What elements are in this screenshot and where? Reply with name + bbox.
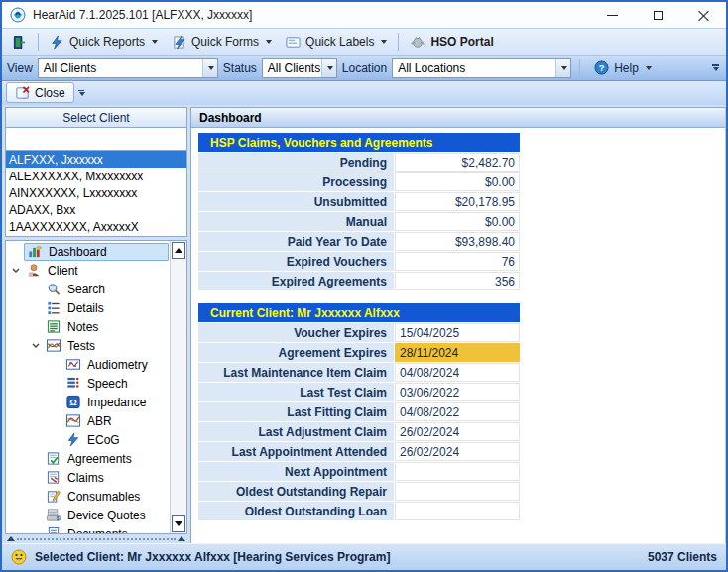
- tree-item-ecog[interactable]: ECoG: [6, 430, 170, 449]
- client-icon: [26, 263, 42, 278]
- chevron-down-icon: [327, 66, 333, 70]
- view-combobox[interactable]: All Clients: [38, 58, 218, 78]
- current-client-table-header: Current Client: Mr Jxxxxxx Alfxxx: [198, 303, 520, 322]
- tree-item-agreements[interactable]: Agreements: [6, 449, 170, 468]
- quick-labels-label: Quick Labels: [305, 35, 374, 49]
- triangle-down-icon: [175, 521, 182, 526]
- maximize-button[interactable]: [635, 2, 680, 28]
- close-document-icon: [15, 85, 30, 100]
- minimize-icon: [607, 15, 618, 16]
- chevron-down-icon: [713, 67, 719, 71]
- collapse-chevron-icon[interactable]: [28, 343, 44, 348]
- table-row: Pending $2,482.70: [198, 153, 520, 172]
- client-list-item[interactable]: ADAXX, Bxx: [6, 201, 186, 218]
- toolbar-separator: [579, 59, 580, 77]
- minimize-button[interactable]: [589, 2, 635, 28]
- status-combo-arrow[interactable]: [321, 59, 336, 77]
- quick-reports-icon: [50, 35, 64, 50]
- table-row: Last Appointment Attended 26/02/2024: [198, 442, 520, 461]
- select-client-label: Select Client: [62, 111, 129, 125]
- consumables-icon: [46, 489, 61, 504]
- client-list-item[interactable]: AINXXXXXX, Lxxxxxxxx: [6, 184, 186, 201]
- tree-item-dashboard[interactable]: Dashboard: [6, 242, 170, 261]
- details-icon: [46, 300, 61, 315]
- tree-item-notes[interactable]: Notes: [6, 317, 170, 336]
- close-client-label: Close: [35, 86, 65, 100]
- table-row: Agreement Expires 28/11/2024: [198, 343, 520, 362]
- client-count: 5037 Clients: [648, 550, 717, 564]
- tree-item-claims[interactable]: Claims: [6, 468, 170, 487]
- quick-forms-button[interactable]: Quick Forms: [166, 33, 278, 52]
- tree-item-tests[interactable]: Tests: [6, 336, 170, 355]
- client-search-input[interactable]: [5, 128, 187, 151]
- filter-toolbar: View All Clients Status All Clients Loca…: [2, 56, 726, 81]
- tree-item-audiometry[interactable]: Audiometry: [6, 355, 170, 374]
- tree-item-consumables[interactable]: Consumables: [6, 487, 170, 506]
- tree-item-client[interactable]: Client: [6, 261, 170, 280]
- svg-text:?: ?: [599, 63, 605, 73]
- quick-forms-icon: [172, 35, 186, 50]
- location-combo-arrow[interactable]: [555, 59, 570, 77]
- hso-portal-emblem-icon: [410, 35, 425, 49]
- tree-item-details[interactable]: Details: [6, 298, 170, 317]
- client-list-item[interactable]: ALEXXXXXX, Mxxxxxxxx: [6, 168, 186, 184]
- tree-item-documents[interactable]: Documents: [6, 524, 170, 533]
- client-list: ALFXXX, Jxxxxxx ALEXXXXXX, Mxxxxxxxx AIN…: [5, 151, 187, 237]
- quick-reports-button[interactable]: Quick Reports: [44, 33, 164, 52]
- documents-icon: [46, 526, 61, 533]
- client-list-item[interactable]: ALFXXX, Jxxxxxx: [6, 151, 186, 168]
- toolbar-separator: [38, 33, 39, 51]
- current-client-table: Current Client: Mr Jxxxxxx Alfxxx Vouche…: [198, 303, 520, 520]
- close-toolbar-overflow-button[interactable]: [75, 84, 88, 102]
- tree-item-search[interactable]: Search: [6, 280, 170, 298]
- toolbar-overflow-button[interactable]: [711, 64, 721, 71]
- close-window-button[interactable]: [680, 2, 726, 28]
- location-combobox[interactable]: All Locations: [392, 58, 571, 78]
- close-client-button[interactable]: Close: [6, 82, 74, 103]
- tree-item-device-quotes[interactable]: $ Device Quotes: [6, 506, 170, 524]
- selected-client-status: Selected Client: Mr Jxxxxxx Alfxxx [Hear…: [35, 550, 390, 564]
- svg-text:$: $: [57, 516, 60, 521]
- help-button[interactable]: ? Help: [588, 58, 658, 77]
- dashboard-content: HSP Claims, Vouchers and Agreements Pend…: [191, 128, 725, 543]
- navigation-tree: Dashboard Clien: [5, 240, 187, 534]
- table-row: Next Appointment: [198, 462, 520, 481]
- select-client-button[interactable]: Select Client: [5, 107, 187, 128]
- table-row: Expired Vouchers 76: [198, 252, 520, 271]
- tree-item-speech[interactable]: Speech: [6, 374, 170, 393]
- tree-item-impedance[interactable]: Ω Impedance: [6, 393, 170, 411]
- quick-labels-button[interactable]: Quick Labels: [280, 33, 393, 52]
- dashboard-icon: [27, 244, 43, 259]
- close-icon: [698, 10, 709, 21]
- view-combo-arrow[interactable]: [202, 59, 217, 77]
- table-row: Oldest Outstanding Loan: [198, 502, 520, 520]
- chevron-down-icon: [561, 66, 567, 70]
- quick-reports-label: Quick Reports: [69, 35, 145, 49]
- scroll-down-button[interactable]: [172, 515, 185, 532]
- status-label: Status: [223, 61, 257, 75]
- table-row: Last Adjustment Claim 26/02/2024: [198, 422, 520, 441]
- client-panel: Select Client ALFXXX, Jxxxxxx ALEXXXXXX,…: [5, 107, 187, 543]
- hso-portal-button[interactable]: HSO Portal: [404, 33, 499, 51]
- panel-splitter[interactable]: [5, 534, 187, 543]
- notes-icon: [46, 319, 61, 334]
- chevron-down-icon: [79, 92, 85, 96]
- exit-button[interactable]: [6, 33, 33, 52]
- status-combobox[interactable]: All Clients: [262, 58, 337, 78]
- tree-scrollbar[interactable]: [170, 241, 186, 533]
- client-list-item[interactable]: 1AAXXXXXXX, AxxxxxX: [6, 218, 186, 235]
- location-label: Location: [342, 61, 387, 75]
- title-bar: HearAid 7.1.2025.101 [ALFXXX, Jxxxxxx]: [2, 2, 726, 28]
- agreements-icon: [46, 451, 61, 466]
- tree-item-abr[interactable]: ABR: [6, 411, 170, 430]
- table-row: Manual $0.00: [198, 212, 520, 231]
- scroll-up-button[interactable]: [172, 242, 185, 259]
- hso-portal-label: HSO Portal: [430, 35, 493, 49]
- app-window: HearAid 7.1.2025.101 [ALFXXX, Jxxxxxx] Q…: [0, 0, 728, 572]
- table-row: Last Fitting Claim 04/08/2022: [198, 402, 520, 421]
- splitter-collapse-icon: [178, 536, 185, 541]
- ecog-icon: [65, 432, 81, 447]
- agreement-expired-highlight: 28/11/2024: [395, 343, 520, 362]
- collapse-chevron-icon[interactable]: [8, 268, 24, 273]
- chevron-down-icon: [381, 40, 387, 44]
